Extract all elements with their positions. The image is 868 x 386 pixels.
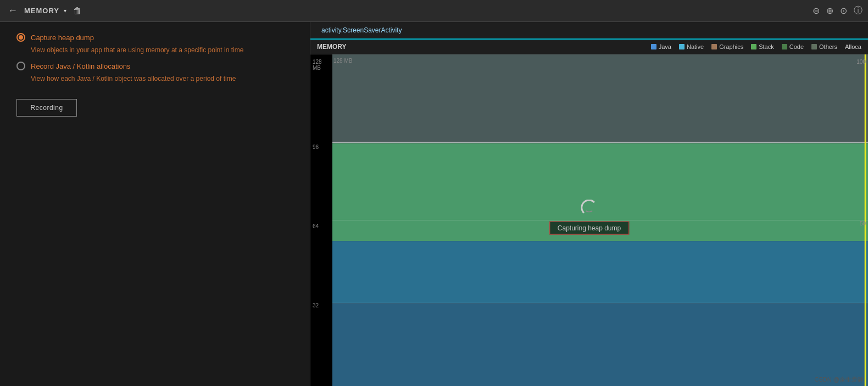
delete-button[interactable]: 🗑 [73,6,82,16]
option2-label-row: Record Java / Kotlin allocations [16,62,293,70]
radio-record-java[interactable] [16,62,25,70]
radio-capture-heap[interactable] [16,33,25,42]
right-scale-500: 50 [856,220,866,227]
legend-code-label: Code [789,43,804,50]
option1-title: Capture heap dump [31,34,94,42]
legend-stack: Stack [751,43,774,50]
svg-rect-4 [332,303,868,386]
legend-others-dot [811,44,817,49]
option-record-java: Record Java / Kotlin allocations View ho… [16,62,293,84]
loading-spinner [581,199,597,216]
right-panel: activity.ScreenSaverActivity MEMORY Java… [310,22,868,386]
toolbar: ← MEMORY ▾ 🗑 ⊖ ⊕ ⊙ ⓘ [0,0,868,22]
left-panel: Capture heap dump View objects in your a… [0,22,310,386]
right-scale-1000: 100 [856,59,866,65]
legend-code: Code [782,43,804,50]
y-axis-labels: 128 MB 96 64 32 [310,54,332,386]
legend-others-label: Others [819,43,837,50]
svg-rect-3 [332,241,868,303]
scale-mb-label: 128 MB [333,58,352,64]
y-label-128: 128 MB [313,59,330,71]
legend-items: Java Native Graphics Stack Code [651,43,861,50]
legend-code-dot [782,44,787,49]
chart-tab-bar: activity.ScreenSaverActivity [310,22,868,40]
toolbar-right: ⊖ ⊕ ⊙ ⓘ [813,5,863,16]
legend-java: Java [651,43,671,50]
legend-graphics-dot [711,44,717,49]
recording-button[interactable]: Recording [16,99,77,117]
option2-title: Record Java / Kotlin allocations [31,62,130,70]
heap-dump-text: Capturing heap dump [549,221,629,234]
legend-graphics-label: Graphics [719,43,743,50]
zoom-out-icon[interactable]: ⊖ [813,5,820,16]
main-layout: Capture heap dump View objects in your a… [0,22,868,386]
option1-desc: View objects in your app that are using … [16,45,293,55]
chart-title: MEMORY [317,43,347,51]
toolbar-title: MEMORY [24,7,59,15]
option-capture-heap: Capture heap dump View objects in your a… [16,33,293,55]
legend-native-dot [679,44,685,49]
watermark: CSDN @余生爱静 [815,376,864,384]
zoom-in-icon[interactable]: ⊕ [826,5,833,16]
legend-stack-dot [751,44,756,49]
legend-native-label: Native [687,43,704,50]
y-label-96: 96 [313,144,330,150]
option2-desc: View how each Java / Kotlin object was a… [16,74,293,84]
chart-tab-label[interactable]: activity.ScreenSaverActivity [317,24,407,36]
back-button[interactable]: ← [5,3,20,19]
chart-area: 128 MB 96 64 32 [310,54,868,386]
legend-others: Others [811,43,837,50]
legend-graphics: Graphics [711,43,743,50]
dropdown-button[interactable]: ▾ [64,8,66,14]
info-icon[interactable]: ⓘ [854,5,863,16]
heap-dump-overlay: Capturing heap dump [549,199,629,234]
svg-rect-0 [332,54,868,144]
legend-java-label: Java [659,43,671,50]
y-label-64: 64 [313,223,330,229]
y-label-32: 32 [313,302,330,308]
legend-java-dot [651,44,656,49]
chart-title-bar: MEMORY Java Native Graphics Stack [310,40,868,54]
reset-zoom-icon[interactable]: ⊙ [840,5,847,16]
right-scale: 100 50 [855,54,867,386]
option1-label-row: Capture heap dump [16,33,293,42]
legend-stack-label: Stack [759,43,774,50]
alloca-label: Alloca [845,43,861,50]
legend-native: Native [679,43,704,50]
